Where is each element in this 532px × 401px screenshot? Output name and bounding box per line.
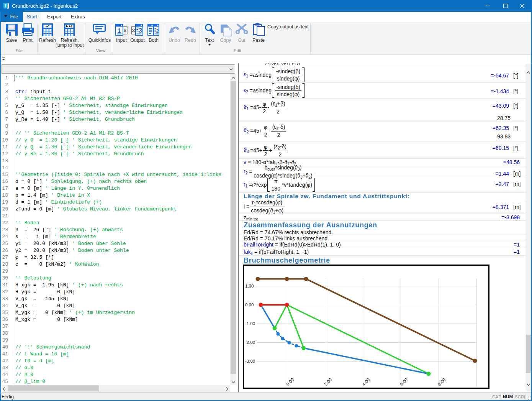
svg-text:1: 1 [117,27,121,35]
svg-text:6.00: 6.00 [399,377,408,386]
svg-text:4.00: 4.00 [361,377,370,386]
svg-text:8.00: 8.00 [437,377,446,386]
svg-text:3: 3 [139,27,142,34]
svg-text:2.00: 2.00 [323,377,332,386]
svg-text:-2.00: -2.00 [245,340,255,345]
svg-text:0.00: 0.00 [285,377,295,386]
svg-text:2: 2 [156,28,159,34]
svg-text:1.00: 1.00 [245,284,254,288]
svg-text:-1.00: -1.00 [245,321,255,326]
svg-text:-3.00: -3.00 [245,359,255,363]
svg-text:0.00: 0.00 [245,302,254,307]
